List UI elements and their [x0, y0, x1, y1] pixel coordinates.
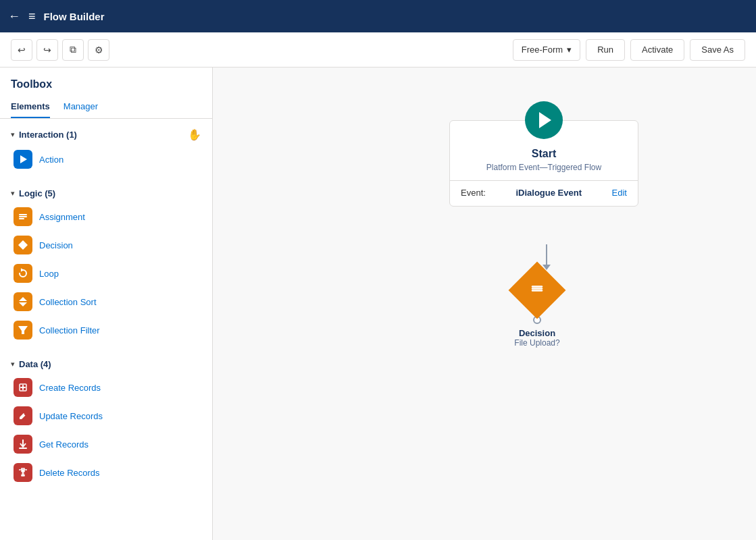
main-area: Toolbox Elements Manager ▾ Interaction (…: [0, 68, 756, 540]
back-icon[interactable]: ←: [8, 9, 20, 24]
action-label: Action: [39, 155, 64, 165]
data-items: Create Records Update Records: [0, 373, 212, 487]
list-item[interactable]: Delete Records: [5, 458, 207, 487]
decision-sublabel: File Upload?: [514, 338, 559, 348]
svg-rect-2: [19, 216, 27, 217]
list-item[interactable]: Get Records: [5, 430, 207, 458]
toolbox-sidebar: Toolbox Elements Manager ▾ Interaction (…: [0, 68, 213, 540]
collection-filter-icon: [14, 321, 32, 340]
category-logic-header[interactable]: ▾ Logic (5): [0, 184, 212, 202]
assignment-icon: [14, 207, 32, 226]
list-item[interactable]: Assignment: [5, 202, 207, 231]
start-node[interactable]: Start Platform Event—Triggered Flow Even…: [449, 101, 638, 207]
decision-label: Decision: [39, 240, 73, 250]
flow-type-label: Free-Form: [522, 45, 563, 55]
start-circle[interactable]: [525, 101, 563, 139]
create-records-label: Create Records: [39, 383, 101, 393]
flow-container: Start Platform Event—Triggered Flow Even…: [213, 68, 756, 540]
get-records-icon: [14, 435, 32, 454]
list-item[interactable]: Collection Sort: [5, 288, 207, 316]
list-item[interactable]: Loop: [5, 259, 207, 288]
decision-diamond-icon: [530, 281, 545, 300]
svg-rect-3: [19, 218, 24, 219]
create-records-icon: [14, 378, 32, 397]
loop-label: Loop: [39, 269, 59, 279]
category-data: ▾ Data (4) Create Records: [0, 350, 212, 492]
category-logic: ▾ Logic (5) Assignment: [0, 179, 212, 350]
activate-button[interactable]: Activate: [630, 39, 684, 61]
svg-rect-1: [19, 214, 27, 215]
logic-items: Assignment Decision: [0, 202, 212, 344]
get-records-label: Get Records: [39, 439, 89, 450]
delete-records-label: Delete Records: [39, 468, 100, 478]
logo-icon: ≡: [28, 9, 36, 24]
collection-sort-icon: [14, 292, 32, 311]
flow-canvas[interactable]: Start Platform Event—Triggered Flow Even…: [213, 68, 756, 540]
start-card-title: Start: [461, 148, 627, 160]
run-button[interactable]: Run: [586, 39, 625, 61]
interaction-items: Action: [0, 145, 212, 173]
chevron-down-icon: ▾: [567, 45, 572, 55]
event-label: Event:: [461, 188, 486, 198]
connector-line: [546, 244, 547, 265]
svg-marker-7: [18, 326, 28, 334]
svg-marker-6: [19, 302, 27, 306]
tab-elements[interactable]: Elements: [11, 96, 50, 118]
action-icon: [14, 150, 32, 169]
app-title: Flow Builder: [44, 11, 105, 22]
top-nav: ← ≡ Flow Builder: [0, 0, 756, 32]
decision-node[interactable]: Decision File Upload?: [510, 263, 564, 348]
update-records-label: Update Records: [39, 411, 103, 421]
chevron-down-icon: ▾: [11, 360, 15, 369]
decision-diamond-wrapper: [510, 263, 564, 317]
list-item[interactable]: Update Records: [5, 402, 207, 430]
tab-manager[interactable]: Manager: [64, 96, 98, 118]
undo-button[interactable]: ↩: [11, 39, 32, 61]
redo-button[interactable]: ↪: [36, 39, 58, 61]
chevron-down-icon: ▾: [11, 130, 15, 139]
drag-handle-icon: ✋: [188, 128, 201, 141]
update-records-icon: [14, 406, 32, 425]
chevron-down-icon: ▾: [11, 189, 15, 198]
delete-records-icon: [14, 463, 32, 482]
assignment-label: Assignment: [39, 212, 85, 222]
flow-type-dropdown[interactable]: Free-Form ▾: [513, 39, 580, 61]
svg-marker-0: [20, 155, 27, 163]
toolbox-tabs: Elements Manager: [0, 96, 212, 119]
svg-marker-5: [19, 297, 27, 301]
save-button[interactable]: Save As: [690, 39, 745, 61]
play-icon: [539, 112, 551, 128]
category-interaction: ▾ Interaction (1) ✋ Action: [0, 119, 212, 179]
category-interaction-header[interactable]: ▾ Interaction (1) ✋: [0, 124, 212, 145]
decision-label: Decision: [519, 328, 555, 338]
list-item[interactable]: Create Records: [5, 373, 207, 402]
category-data-header[interactable]: ▾ Data (4): [0, 355, 212, 373]
list-item[interactable]: Action: [5, 145, 207, 173]
svg-marker-4: [18, 240, 28, 250]
category-interaction-label: Interaction (1): [19, 130, 77, 140]
event-value: iDialogue Event: [515, 188, 582, 198]
copy-button[interactable]: ⧉: [62, 39, 84, 61]
list-item[interactable]: Collection Filter: [5, 316, 207, 344]
collection-sort-label: Collection Sort: [39, 297, 97, 307]
edit-link[interactable]: Edit: [612, 188, 627, 198]
loop-icon: [14, 264, 32, 283]
category-logic-label: Logic (5): [19, 188, 55, 198]
settings-button[interactable]: ⚙: [88, 39, 109, 61]
decision-icon: [14, 236, 32, 254]
start-card-event: Event: iDialogue Event Edit: [461, 188, 627, 198]
list-item[interactable]: Decision: [5, 231, 207, 259]
start-card-subtitle: Platform Event—Triggered Flow: [461, 163, 627, 172]
collection-filter-label: Collection Filter: [39, 325, 100, 335]
toolbar: ↩ ↪ ⧉ ⚙ Free-Form ▾ Run Activate Save As: [0, 32, 756, 68]
category-data-label: Data (4): [19, 359, 51, 369]
toolbox-title: Toolbox: [0, 68, 212, 96]
